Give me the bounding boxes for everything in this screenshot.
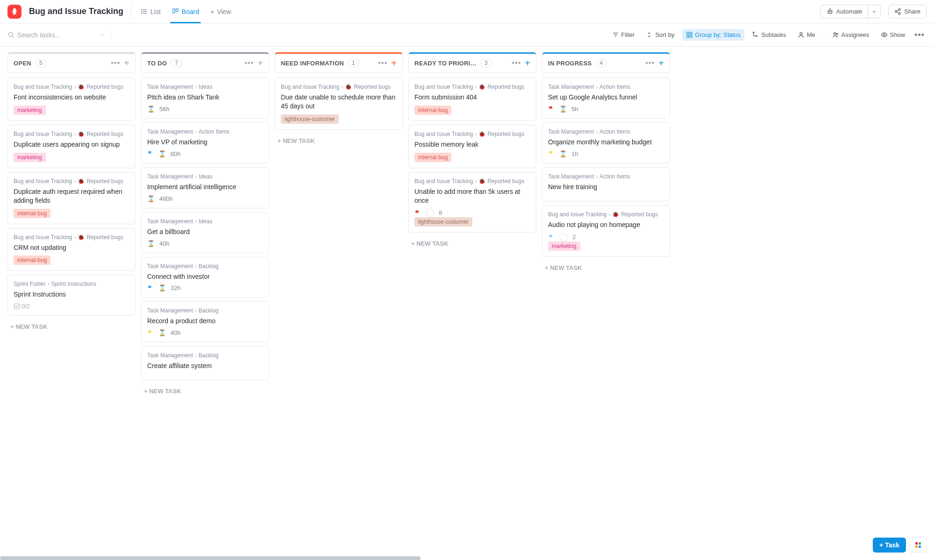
- task-card[interactable]: Bug and Issue Tracking›🐞Reported bugs Du…: [7, 125, 135, 168]
- new-task-button[interactable]: + NEW TASK: [7, 319, 135, 334]
- tag[interactable]: internal-bug: [14, 255, 50, 265]
- svg-point-13: [899, 8, 901, 10]
- task-card[interactable]: Bug and Issue Tracking›🐞Reported bugs CR…: [7, 228, 135, 271]
- task-card[interactable]: Task Management›Backlog Connect with inv…: [141, 257, 269, 298]
- column-more-button[interactable]: •••: [378, 59, 388, 67]
- show-button[interactable]: Show: [877, 29, 909, 41]
- group-by-button[interactable]: Group by: Status: [682, 29, 745, 41]
- tag[interactable]: internal-bug: [414, 153, 451, 162]
- task-card[interactable]: Task Management›Action Items Organize mo…: [542, 122, 670, 163]
- card-breadcrumb: Task Management›Ideas: [147, 84, 263, 90]
- card-breadcrumb: Bug and Issue Tracking›🐞Reported bugs: [414, 131, 530, 137]
- task-card[interactable]: Sprint Folder›Sprint Instructions Sprint…: [7, 275, 135, 316]
- card-breadcrumb: Task Management›Backlog: [147, 307, 263, 314]
- card-title: Sprint Instructions: [14, 290, 129, 299]
- card-tags: internal-bug: [14, 209, 129, 218]
- new-task-button[interactable]: + NEW TASK: [141, 384, 269, 398]
- flag-icon: [147, 285, 154, 291]
- tab-list[interactable]: List: [135, 0, 166, 23]
- task-card[interactable]: Task Management›Action Items New hire tr…: [542, 167, 670, 201]
- time-estimate: 80h: [171, 150, 181, 157]
- page-title: Bug and Issue Tracking: [29, 7, 123, 16]
- svg-line-17: [897, 12, 899, 13]
- column-add-button[interactable]: +: [391, 58, 397, 68]
- column-more-button[interactable]: •••: [646, 59, 655, 67]
- avatar-placeholder[interactable]: [426, 209, 434, 217]
- card-title: Get a billboard: [147, 227, 263, 236]
- column-add-button[interactable]: +: [257, 58, 263, 68]
- task-card[interactable]: Bug and Issue Tracking›🐞Reported bugs Fo…: [408, 78, 536, 121]
- card-breadcrumb: Task Management›Action Items: [548, 84, 664, 90]
- task-card[interactable]: Bug and Issue Tracking›🐞Reported bugs Du…: [275, 78, 403, 130]
- card-title: Organize monthly marketing budget: [548, 138, 664, 147]
- tag[interactable]: internal-bug: [414, 106, 451, 115]
- me-button[interactable]: Me: [794, 29, 819, 41]
- card-title: Font inconsistencies on website: [14, 93, 129, 102]
- task-card[interactable]: Bug and Issue Tracking›🐞Reported bugs Un…: [408, 172, 536, 233]
- card-breadcrumb: Task Management›Action Items: [147, 128, 263, 135]
- card-meta: ⌛32h: [147, 284, 263, 291]
- svg-point-4: [142, 11, 142, 12]
- task-card[interactable]: Bug and Issue Tracking›🐞Reported bugs Du…: [7, 172, 135, 224]
- sort-button[interactable]: Sort by: [642, 29, 678, 41]
- automate-button[interactable]: Automate: [820, 5, 868, 18]
- column-add-button[interactable]: +: [658, 58, 664, 68]
- column-more-button[interactable]: •••: [512, 59, 521, 67]
- task-card[interactable]: Task Management›Action Items Hire VP of …: [141, 122, 269, 163]
- column-title: READY TO PRIORI…: [414, 60, 477, 67]
- filter-button[interactable]: Filter: [608, 29, 639, 41]
- automate-button-group: Automate: [820, 5, 881, 18]
- tag[interactable]: internal-bug: [14, 209, 50, 218]
- share-button[interactable]: Share: [888, 5, 927, 18]
- tab-board[interactable]: Board: [166, 0, 205, 23]
- task-card[interactable]: Task Management›Ideas Pitch idea on Shar…: [141, 78, 269, 119]
- column-header: OPEN 5 ••• +: [7, 52, 135, 73]
- group-icon: [686, 31, 693, 38]
- hourglass-icon: ⌛: [559, 150, 567, 157]
- column-more-button[interactable]: •••: [245, 59, 254, 67]
- task-card[interactable]: Task Management›Action Items Set up Goog…: [542, 78, 670, 119]
- task-card[interactable]: Task Management›Ideas Implement artifici…: [141, 167, 269, 208]
- new-task-button[interactable]: + NEW TASK: [542, 261, 670, 275]
- card-title: Implement artificial intelligence: [147, 183, 263, 191]
- task-card[interactable]: Bug and Issue Tracking›🐞Reported bugs Fo…: [7, 78, 135, 121]
- column-count: 4: [596, 59, 607, 67]
- new-task-button[interactable]: + NEW TASK: [275, 134, 403, 148]
- people-icon: [832, 31, 839, 38]
- tag[interactable]: lighthouse-customer: [281, 114, 339, 124]
- new-task-button[interactable]: + NEW TASK: [408, 236, 536, 251]
- tag[interactable]: lighthouse-customer: [414, 217, 472, 227]
- assignees-button[interactable]: Assignees: [828, 29, 873, 41]
- svg-rect-7: [176, 9, 178, 12]
- avatar-placeholder[interactable]: [559, 233, 568, 241]
- automate-dropdown[interactable]: [868, 5, 881, 18]
- task-card[interactable]: Bug and Issue Tracking›🐞Reported bugs Au…: [542, 205, 670, 257]
- robot-icon: [827, 8, 834, 15]
- svg-point-10: [830, 11, 831, 12]
- time-estimate: 56h: [159, 106, 170, 113]
- column-add-button[interactable]: +: [124, 58, 129, 68]
- task-card[interactable]: Task Management›Backlog Record a product…: [141, 301, 269, 342]
- task-card[interactable]: Bug and Issue Tracking›🐞Reported bugs Po…: [408, 125, 536, 168]
- card-breadcrumb: Task Management›Action Items: [548, 173, 664, 180]
- card-title: Audio not playing on homepage: [548, 220, 664, 229]
- task-card[interactable]: Task Management›Ideas Get a billboard ⌛4…: [141, 212, 269, 253]
- add-view-button[interactable]: + View: [205, 0, 236, 23]
- subtasks-button[interactable]: Subtasks: [748, 29, 790, 41]
- sort-icon: [646, 31, 653, 38]
- card-breadcrumb: Task Management›Action Items: [548, 128, 664, 135]
- svg-rect-26: [690, 35, 692, 37]
- tag[interactable]: marketing: [14, 153, 46, 162]
- task-card[interactable]: Task Management›Backlog Create affiliate…: [141, 346, 269, 380]
- column-add-button[interactable]: +: [525, 58, 530, 68]
- card-breadcrumb: Bug and Issue Tracking›🐞Reported bugs: [14, 234, 129, 241]
- tag[interactable]: marketing: [14, 106, 46, 115]
- tag[interactable]: marketing: [548, 241, 580, 251]
- column-more-button[interactable]: •••: [111, 59, 121, 67]
- hourglass-icon: ⌛: [158, 329, 166, 336]
- card-title: Set up Google Analytics funnel: [548, 93, 664, 102]
- chevron-down-icon[interactable]: [100, 32, 105, 38]
- search-input[interactable]: [17, 31, 87, 39]
- column: READY TO PRIORI… 3 ••• + Bug and Issue T…: [408, 52, 536, 251]
- more-button[interactable]: •••: [913, 30, 927, 40]
